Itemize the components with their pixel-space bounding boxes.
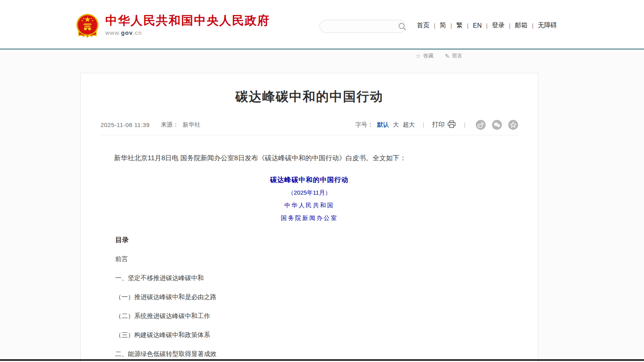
site-url: www.gov.cn [105,29,270,36]
article-title: 碳达峰碳中和的中国行动 [101,88,518,106]
meta-separator: | [423,121,424,129]
favorite-label: 收藏 [423,52,433,59]
star-icon: ☆ [416,53,421,59]
table-of-contents: 目录 前言 一、坚定不移推进碳达峰碳中和 （一）推进碳达峰碳中和是必由之路 （二… [115,235,518,362]
font-size-xlarge-button[interactable]: 超大 [403,121,415,129]
favorite-button[interactable]: ☆ 收藏 [416,52,433,59]
font-size-label: 字号： [355,121,373,129]
article-card: 碳达峰碳中和的中国行动 2025-11-08 11:39 来源： 新华社 字号：… [80,73,538,362]
toc-item-section1: 一、坚定不移推进碳达峰碳中和 [115,274,518,282]
publish-date: 2025-11-08 11:39 [101,121,150,128]
nav-traditional-chinese[interactable]: 繁 [452,21,467,30]
toc-item-preface: 前言 [115,255,518,263]
search-icon[interactable] [398,22,407,31]
document-title: 碳达峰碳中和的中国行动 [101,175,518,184]
article-lead-paragraph: 新华社北京11月8日电 国务院新闻办公室8日发布《碳达峰碳中和的中国行动》白皮书… [101,153,518,164]
nav-login[interactable]: 登录 [488,21,509,30]
meta-separator: | [464,121,465,129]
window-bottom-edge [0,359,644,361]
print-label: 打印 [432,121,445,129]
font-size-large-button[interactable]: 大 [393,121,399,129]
nav-simplified-chinese[interactable]: 简 [435,21,450,30]
nav-home[interactable]: 首页 [412,21,434,30]
toc-item-section1-1: （一）推进碳达峰碳中和是必由之路 [115,293,518,301]
article-meta-right: 字号： 默认 大 超大 | 打印 [355,120,518,130]
article-meta-left: 2025-11-08 11:39 来源： 新华社 [101,121,200,129]
top-navigation: 首页| 简| 繁| EN| 登录| 邮箱| 无障碍 [412,21,561,30]
toc-item-section1-2: （二）系统推进碳达峰碳中和工作 [115,312,518,320]
print-button[interactable]: 打印 [432,120,456,130]
wechat-share-icon[interactable] [492,120,502,130]
site-brand[interactable]: 中华人民共和国中央人民政府 www.gov.cn [75,13,270,41]
brand-text: 中华人民共和国中央人民政府 www.gov.cn [105,13,270,36]
source-label: 来源： [161,121,179,129]
document-author-line2: 国务院新闻办公室 [101,214,518,222]
nav-english[interactable]: EN [469,22,486,29]
font-size-default-button[interactable]: 默认 [377,121,389,129]
document-author-line1: 中华人民共和国 [101,202,518,209]
printer-icon [447,120,456,130]
toc-item-section1-3: （三）构建碳达峰碳中和政策体系 [115,331,518,339]
gov-cn-page: 中华人民共和国中央人民政府 www.gov.cn 首页| 简| 繁| EN| 登… [0,0,644,362]
toc-heading: 目录 [115,235,518,244]
pencil-icon: ✎ [445,53,450,59]
toc-item-section2: 二、能源绿色低碳转型取得显著成效 [115,350,518,358]
weibo-share-icon[interactable] [476,120,486,130]
nav-accessibility[interactable]: 无障碍 [534,21,561,30]
search-input[interactable] [326,23,398,30]
search-box[interactable] [319,20,406,33]
comment-button[interactable]: ✎ 留言 [445,52,462,59]
comment-label: 留言 [452,52,462,59]
document-date: （2025年11月） [101,189,518,197]
source-name[interactable]: 新华社 [182,121,200,129]
qzone-share-icon[interactable] [508,120,518,130]
article-meta-row: 2025-11-08 11:39 来源： 新华社 字号： 默认 大 超大 | 打… [101,120,518,130]
national-emblem-icon [75,13,100,41]
nav-mail[interactable]: 邮箱 [511,21,532,30]
meta-divider-line [101,135,518,135]
site-header: 中华人民共和国中央人民政府 www.gov.cn 首页| 简| 繁| EN| 登… [0,0,644,49]
page-actions: ☆ 收藏 ✎ 留言 [416,52,462,59]
site-title: 中华人民共和国中央人民政府 [105,13,270,28]
